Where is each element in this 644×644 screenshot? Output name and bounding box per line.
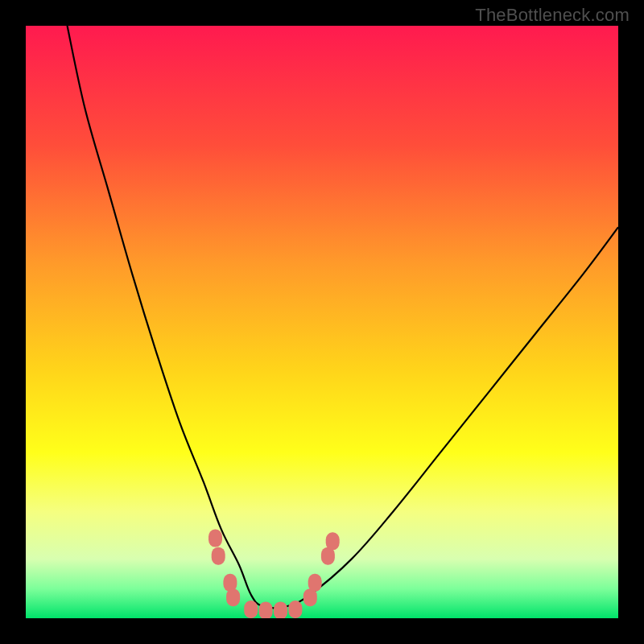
gradient-background (26, 26, 618, 618)
marker-dot (326, 532, 340, 550)
marker-dot (226, 588, 240, 606)
chart-svg (26, 26, 618, 618)
marker-dot (288, 601, 302, 618)
watermark-text: TheBottleneck.com (475, 5, 630, 26)
chart-frame: TheBottleneck.com (0, 0, 644, 644)
marker-dot (244, 601, 258, 618)
marker-dot (212, 547, 225, 565)
plot-area (26, 26, 618, 618)
marker-dot (259, 601, 273, 618)
marker-dot (308, 574, 322, 592)
marker-dot (208, 530, 222, 547)
marker-dot (274, 601, 287, 618)
